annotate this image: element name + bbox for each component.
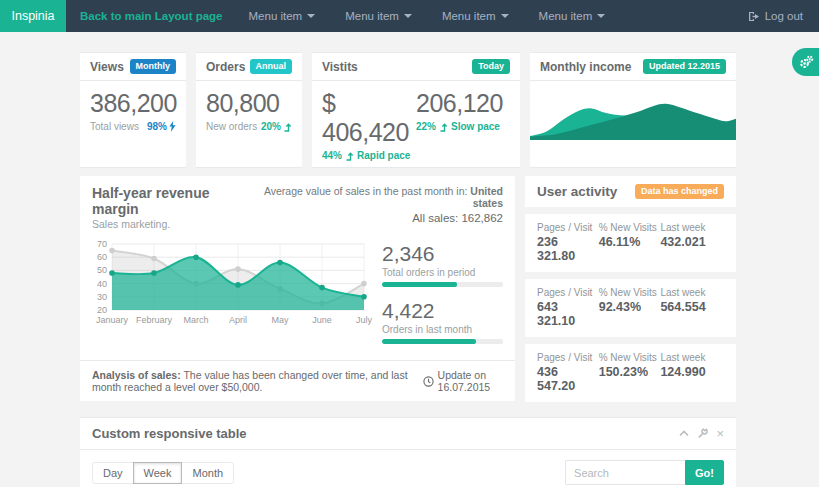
level-up-icon <box>439 122 448 132</box>
close-icon[interactable]: × <box>716 427 724 440</box>
orders-value: 80,800 <box>206 89 292 118</box>
orders-badge: Annual <box>250 59 293 74</box>
visits-card: Vistits Today $ 406,420 44% Rapid pace 2… <box>312 52 520 168</box>
collapse-icon[interactable] <box>679 430 689 437</box>
svg-text:March: March <box>183 315 208 325</box>
top-navbar: Inspinia Back to main Layout page Menu i… <box>0 0 819 32</box>
menu-item-3[interactable]: Menu item <box>442 10 509 22</box>
menu-item-2[interactable]: Menu item <box>345 10 412 22</box>
user-activity-rows: Pages / Visit236 321.80% New Visits46.11… <box>525 214 736 402</box>
user-activity-cell: % New Visits46.11% <box>599 222 661 263</box>
visits-badge: Today <box>472 59 510 74</box>
progress-bar <box>382 282 503 287</box>
views-card: Views Monthly 386,200 Total views 98% <box>80 52 186 168</box>
progress-bar <box>382 339 503 344</box>
menu-item-4[interactable]: Menu item <box>539 10 606 22</box>
logout-label: Log out <box>765 10 803 22</box>
user-activity-cell: % New Visits92.43% <box>599 287 661 328</box>
level-up-icon <box>283 122 292 132</box>
svg-text:June: June <box>312 315 332 325</box>
user-activity-row: Pages / Visit643 321.10% New Visits92.43… <box>525 279 736 337</box>
filter-button-month[interactable]: Month <box>181 462 234 484</box>
chevron-down-icon <box>501 14 509 18</box>
user-activity-row: Pages / Visit236 321.80% New Visits46.11… <box>525 214 736 272</box>
svg-text:40: 40 <box>97 279 107 289</box>
user-activity-cell: Last week564.554 <box>660 287 722 328</box>
revenue-title: Half-year revenue margin <box>92 185 249 217</box>
chevron-down-icon <box>404 14 412 18</box>
search-input[interactable] <box>565 460 685 485</box>
svg-text:60: 60 <box>97 252 107 262</box>
bolt-icon <box>169 121 176 132</box>
revenue-subtitle: Sales marketing. <box>92 218 249 230</box>
orders-last-month-stat: 4,422 Orders in last month <box>382 299 503 344</box>
brand-logo[interactable]: Inspinia <box>0 0 66 32</box>
user-activity-panel: User activity Data has changed Pages / V… <box>525 176 736 402</box>
user-activity-cell: Last week124.990 <box>660 352 722 393</box>
orders-card: Orders Annual 80,800 New orders 20% <box>196 52 302 168</box>
visits-stat-1: $ 406,420 44% Rapid pace <box>322 88 416 161</box>
go-button[interactable]: Go! <box>685 460 724 485</box>
sign-out-icon <box>748 11 760 22</box>
revenue-line-chart: 203040506070JanuaryFebruaryMarchAprilMay… <box>92 236 370 333</box>
data-changed-badge: Data has changed <box>635 184 724 199</box>
orders-in-period-stat: 2,346 Total orders in period <box>382 242 503 287</box>
update-date: Update on 16.07.2015 <box>423 369 503 393</box>
user-activity-cell: Pages / Visit643 321.10 <box>537 287 599 328</box>
analysis-of-sales-text: Analysis of sales: The value has been ch… <box>92 369 423 393</box>
svg-text:February: February <box>136 315 173 325</box>
svg-text:50: 50 <box>97 265 107 275</box>
menu-item-1[interactable]: Menu item <box>249 10 316 22</box>
stats-row: Views Monthly 386,200 Total views 98% Or… <box>80 52 736 168</box>
svg-text:30: 30 <box>97 292 107 302</box>
user-activity-cell: Pages / Visit236 321.80 <box>537 222 599 263</box>
clock-icon <box>423 376 434 387</box>
monthly-income-card: Monthly income Updated 12.2015 <box>530 52 736 168</box>
middle-row: Half-year revenue margin Sales marketing… <box>80 176 736 402</box>
level-up-icon <box>345 151 354 161</box>
chevron-down-icon <box>307 14 315 18</box>
wrench-icon[interactable] <box>697 428 708 439</box>
visits-stat-2: 206,120 22% Slow pace <box>416 88 510 161</box>
revenue-average-note: Average value of sales in the past month… <box>249 185 503 209</box>
user-activity-row: Pages / Visit436 547.20% New Visits150.2… <box>525 344 736 402</box>
filter-button-week[interactable]: Week <box>133 462 183 484</box>
revenue-panel: Half-year revenue margin Sales marketing… <box>80 176 515 402</box>
filter-button-day[interactable]: Day <box>92 462 134 484</box>
user-activity-cell: Pages / Visit436 547.20 <box>537 352 599 393</box>
user-activity-cell: % New Visits150.23% <box>599 352 661 393</box>
back-to-layout-link[interactable]: Back to main Layout page <box>80 10 223 22</box>
views-value: 386,200 <box>90 89 176 118</box>
svg-text:April: April <box>229 315 247 325</box>
views-label: Total views <box>90 121 139 132</box>
page-content: Views Monthly 386,200 Total views 98% Or… <box>80 52 736 487</box>
user-activity-title: User activity <box>537 184 617 199</box>
navbar-menu: Menu itemMenu itemMenu itemMenu item <box>249 10 636 22</box>
svg-text:70: 70 <box>97 239 107 249</box>
logout-button[interactable]: Log out <box>748 10 803 22</box>
views-card-title: Views <box>90 60 124 74</box>
revenue-all-sales: All sales: 162,862 <box>249 212 503 224</box>
monthly-income-chart <box>530 81 736 140</box>
visits-card-title: Vistits <box>322 60 358 74</box>
theme-settings-button[interactable] <box>792 48 819 76</box>
chevron-down-icon <box>597 14 605 18</box>
custom-table-panel: Custom responsive table × DayWeekMonth G… <box>80 417 736 487</box>
svg-text:20: 20 <box>97 305 107 315</box>
orders-card-title: Orders <box>206 60 245 74</box>
income-card-title: Monthly income <box>540 60 631 74</box>
svg-text:May: May <box>271 315 289 325</box>
period-filter-group: DayWeekMonth <box>92 462 234 484</box>
views-percent: 98% <box>147 121 176 132</box>
user-activity-cell: Last week432.021 <box>660 222 722 263</box>
views-badge: Monthly <box>130 59 177 74</box>
orders-label: New orders <box>206 121 257 132</box>
svg-text:January: January <box>96 315 129 325</box>
gears-icon <box>798 54 814 70</box>
orders-percent: 20% <box>261 121 292 132</box>
income-badge: Updated 12.2015 <box>643 59 726 74</box>
table-panel-title: Custom responsive table <box>92 426 247 441</box>
